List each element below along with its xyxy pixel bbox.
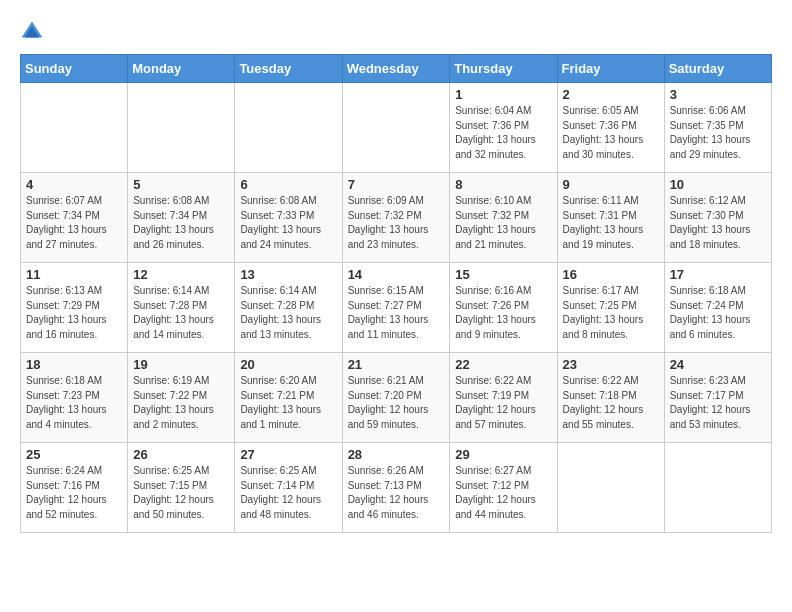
- day-info: Sunrise: 6:18 AM Sunset: 7:23 PM Dayligh…: [26, 374, 122, 432]
- day-info: Sunrise: 6:04 AM Sunset: 7:36 PM Dayligh…: [455, 104, 551, 162]
- calendar-cell: 5Sunrise: 6:08 AM Sunset: 7:34 PM Daylig…: [128, 173, 235, 263]
- day-number: 7: [348, 177, 445, 192]
- calendar-cell: 11Sunrise: 6:13 AM Sunset: 7:29 PM Dayli…: [21, 263, 128, 353]
- day-info: Sunrise: 6:18 AM Sunset: 7:24 PM Dayligh…: [670, 284, 766, 342]
- day-number: 26: [133, 447, 229, 462]
- day-info: Sunrise: 6:08 AM Sunset: 7:33 PM Dayligh…: [240, 194, 336, 252]
- day-info: Sunrise: 6:24 AM Sunset: 7:16 PM Dayligh…: [26, 464, 122, 522]
- day-number: 14: [348, 267, 445, 282]
- calendar-cell: 20Sunrise: 6:20 AM Sunset: 7:21 PM Dayli…: [235, 353, 342, 443]
- calendar-week-1: 1Sunrise: 6:04 AM Sunset: 7:36 PM Daylig…: [21, 83, 772, 173]
- day-number: 27: [240, 447, 336, 462]
- calendar-week-2: 4Sunrise: 6:07 AM Sunset: 7:34 PM Daylig…: [21, 173, 772, 263]
- weekday-header-friday: Friday: [557, 55, 664, 83]
- calendar-cell: 17Sunrise: 6:18 AM Sunset: 7:24 PM Dayli…: [664, 263, 771, 353]
- day-number: 24: [670, 357, 766, 372]
- day-number: 17: [670, 267, 766, 282]
- day-info: Sunrise: 6:19 AM Sunset: 7:22 PM Dayligh…: [133, 374, 229, 432]
- day-number: 25: [26, 447, 122, 462]
- day-number: 16: [563, 267, 659, 282]
- logo: [20, 20, 48, 44]
- day-number: 21: [348, 357, 445, 372]
- day-number: 29: [455, 447, 551, 462]
- day-info: Sunrise: 6:14 AM Sunset: 7:28 PM Dayligh…: [133, 284, 229, 342]
- calendar-cell: 6Sunrise: 6:08 AM Sunset: 7:33 PM Daylig…: [235, 173, 342, 263]
- day-number: 8: [455, 177, 551, 192]
- day-number: 2: [563, 87, 659, 102]
- page-header: [20, 20, 772, 44]
- calendar-cell: 8Sunrise: 6:10 AM Sunset: 7:32 PM Daylig…: [450, 173, 557, 263]
- calendar-cell: [21, 83, 128, 173]
- weekday-header-tuesday: Tuesday: [235, 55, 342, 83]
- day-number: 12: [133, 267, 229, 282]
- day-info: Sunrise: 6:08 AM Sunset: 7:34 PM Dayligh…: [133, 194, 229, 252]
- day-number: 20: [240, 357, 336, 372]
- day-number: 1: [455, 87, 551, 102]
- weekday-header-saturday: Saturday: [664, 55, 771, 83]
- day-info: Sunrise: 6:20 AM Sunset: 7:21 PM Dayligh…: [240, 374, 336, 432]
- day-info: Sunrise: 6:22 AM Sunset: 7:18 PM Dayligh…: [563, 374, 659, 432]
- weekday-header-row: SundayMondayTuesdayWednesdayThursdayFrid…: [21, 55, 772, 83]
- day-number: 19: [133, 357, 229, 372]
- day-info: Sunrise: 6:05 AM Sunset: 7:36 PM Dayligh…: [563, 104, 659, 162]
- calendar-cell: 9Sunrise: 6:11 AM Sunset: 7:31 PM Daylig…: [557, 173, 664, 263]
- calendar-cell: 3Sunrise: 6:06 AM Sunset: 7:35 PM Daylig…: [664, 83, 771, 173]
- calendar-cell: 22Sunrise: 6:22 AM Sunset: 7:19 PM Dayli…: [450, 353, 557, 443]
- calendar-cell: 19Sunrise: 6:19 AM Sunset: 7:22 PM Dayli…: [128, 353, 235, 443]
- calendar-cell: 1Sunrise: 6:04 AM Sunset: 7:36 PM Daylig…: [450, 83, 557, 173]
- day-number: 18: [26, 357, 122, 372]
- calendar-cell: 16Sunrise: 6:17 AM Sunset: 7:25 PM Dayli…: [557, 263, 664, 353]
- day-number: 5: [133, 177, 229, 192]
- weekday-header-wednesday: Wednesday: [342, 55, 450, 83]
- calendar-cell: 25Sunrise: 6:24 AM Sunset: 7:16 PM Dayli…: [21, 443, 128, 533]
- day-number: 28: [348, 447, 445, 462]
- calendar-body: 1Sunrise: 6:04 AM Sunset: 7:36 PM Daylig…: [21, 83, 772, 533]
- calendar-cell: [664, 443, 771, 533]
- weekday-header-sunday: Sunday: [21, 55, 128, 83]
- day-info: Sunrise: 6:12 AM Sunset: 7:30 PM Dayligh…: [670, 194, 766, 252]
- calendar-week-5: 25Sunrise: 6:24 AM Sunset: 7:16 PM Dayli…: [21, 443, 772, 533]
- day-number: 11: [26, 267, 122, 282]
- calendar-cell: 29Sunrise: 6:27 AM Sunset: 7:12 PM Dayli…: [450, 443, 557, 533]
- calendar-cell: 23Sunrise: 6:22 AM Sunset: 7:18 PM Dayli…: [557, 353, 664, 443]
- day-number: 23: [563, 357, 659, 372]
- calendar-cell: 2Sunrise: 6:05 AM Sunset: 7:36 PM Daylig…: [557, 83, 664, 173]
- day-info: Sunrise: 6:06 AM Sunset: 7:35 PM Dayligh…: [670, 104, 766, 162]
- day-info: Sunrise: 6:10 AM Sunset: 7:32 PM Dayligh…: [455, 194, 551, 252]
- calendar-cell: 4Sunrise: 6:07 AM Sunset: 7:34 PM Daylig…: [21, 173, 128, 263]
- day-number: 6: [240, 177, 336, 192]
- calendar-cell: 27Sunrise: 6:25 AM Sunset: 7:14 PM Dayli…: [235, 443, 342, 533]
- day-number: 9: [563, 177, 659, 192]
- calendar-cell: 13Sunrise: 6:14 AM Sunset: 7:28 PM Dayli…: [235, 263, 342, 353]
- logo-icon: [20, 20, 44, 44]
- day-info: Sunrise: 6:15 AM Sunset: 7:27 PM Dayligh…: [348, 284, 445, 342]
- day-info: Sunrise: 6:17 AM Sunset: 7:25 PM Dayligh…: [563, 284, 659, 342]
- calendar-cell: 15Sunrise: 6:16 AM Sunset: 7:26 PM Dayli…: [450, 263, 557, 353]
- calendar-cell: 21Sunrise: 6:21 AM Sunset: 7:20 PM Dayli…: [342, 353, 450, 443]
- calendar-cell: [342, 83, 450, 173]
- calendar-week-3: 11Sunrise: 6:13 AM Sunset: 7:29 PM Dayli…: [21, 263, 772, 353]
- day-info: Sunrise: 6:25 AM Sunset: 7:14 PM Dayligh…: [240, 464, 336, 522]
- calendar-cell: 10Sunrise: 6:12 AM Sunset: 7:30 PM Dayli…: [664, 173, 771, 263]
- calendar-cell: [557, 443, 664, 533]
- day-number: 3: [670, 87, 766, 102]
- day-info: Sunrise: 6:22 AM Sunset: 7:19 PM Dayligh…: [455, 374, 551, 432]
- calendar-cell: 7Sunrise: 6:09 AM Sunset: 7:32 PM Daylig…: [342, 173, 450, 263]
- calendar-cell: [128, 83, 235, 173]
- day-info: Sunrise: 6:27 AM Sunset: 7:12 PM Dayligh…: [455, 464, 551, 522]
- day-number: 13: [240, 267, 336, 282]
- day-number: 15: [455, 267, 551, 282]
- weekday-header-monday: Monday: [128, 55, 235, 83]
- day-info: Sunrise: 6:11 AM Sunset: 7:31 PM Dayligh…: [563, 194, 659, 252]
- calendar-cell: 24Sunrise: 6:23 AM Sunset: 7:17 PM Dayli…: [664, 353, 771, 443]
- calendar-cell: 28Sunrise: 6:26 AM Sunset: 7:13 PM Dayli…: [342, 443, 450, 533]
- calendar-cell: 12Sunrise: 6:14 AM Sunset: 7:28 PM Dayli…: [128, 263, 235, 353]
- day-info: Sunrise: 6:21 AM Sunset: 7:20 PM Dayligh…: [348, 374, 445, 432]
- calendar-cell: 26Sunrise: 6:25 AM Sunset: 7:15 PM Dayli…: [128, 443, 235, 533]
- day-number: 10: [670, 177, 766, 192]
- day-info: Sunrise: 6:26 AM Sunset: 7:13 PM Dayligh…: [348, 464, 445, 522]
- day-number: 4: [26, 177, 122, 192]
- calendar-table: SundayMondayTuesdayWednesdayThursdayFrid…: [20, 54, 772, 533]
- day-info: Sunrise: 6:09 AM Sunset: 7:32 PM Dayligh…: [348, 194, 445, 252]
- day-info: Sunrise: 6:13 AM Sunset: 7:29 PM Dayligh…: [26, 284, 122, 342]
